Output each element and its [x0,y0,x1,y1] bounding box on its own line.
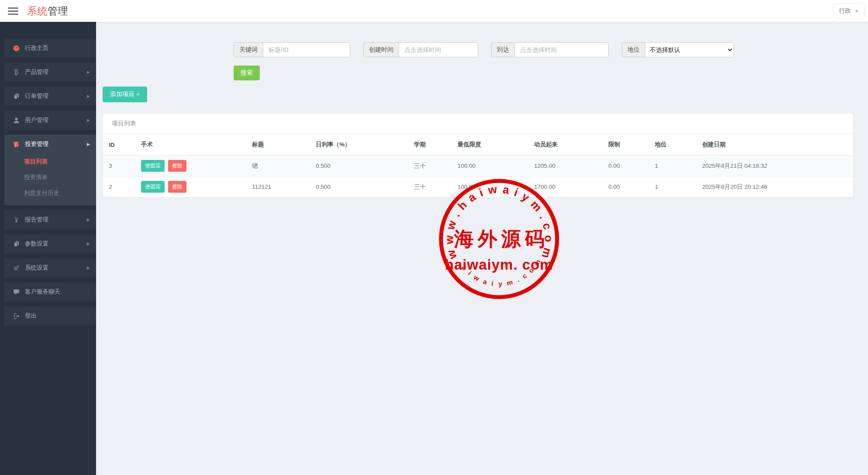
created-time-filter-group: 创建时间 [363,42,478,57]
sidebar-item-label: 登出 [25,312,37,320]
search-button[interactable]: 搜索 [234,66,260,80]
sidebar-item-label: 投资管理 [25,140,48,148]
hamburger-menu-icon[interactable] [8,6,18,17]
chevron-right-icon: ▶ [87,70,90,74]
cell-raised: 1700.00 [530,177,605,198]
cell-id: 3 [103,156,138,177]
sidebar-subitem[interactable]: 投资清单 [4,170,96,185]
cell-term: 三十 [410,177,454,198]
created-time-label: 创建时间 [363,42,399,57]
yen-icon [13,216,20,224]
cell-min: 100.00 [454,156,530,177]
gauge-icon [13,45,20,52]
chevron-right-icon: ▶ [87,266,90,270]
column-header: 限制 [605,134,651,156]
filter-bar: 关键词 创建时间 到达 地位 不选择默认 [234,42,854,57]
table-header-row: ID手术标题日利率（%）学期最低限度动员起来限制地位创建日期 [103,134,853,156]
files-icon [13,93,20,100]
projects-table: ID手术标题日利率（%）学期最低限度动员起来限制地位创建日期 3使固定擦除嗯0.… [103,134,853,197]
status-select[interactable]: 不选择默认 [645,42,734,57]
cell-term: 三十 [410,156,454,177]
project-list-panel: 项目列表 ID手术标题日利率（%）学期最低限度动员起来限制地位创建日期 3使固定… [103,113,854,198]
sidebar-item-label: 系统设置 [25,264,48,272]
chevron-right-icon: ▶ [87,118,90,122]
cell-rate: 0.500 [312,177,410,198]
cell-limit: 0.00 [605,156,651,177]
sidebar-nav: 行政主页产品管理▶订单管理▶用户管理▶投资管理▶项目列表投资清单利息支付历史报告… [0,22,96,326]
keyword-label: 关键词 [234,42,263,57]
column-header: ID [103,134,138,156]
delete-button[interactable]: 擦除 [168,160,186,172]
sidebar-item-system-settings[interactable]: 系统设置▶ [4,258,96,277]
nav-block: 登出 [4,306,96,326]
sidebar-item-investment-mgmt[interactable]: 投资管理▶ [4,135,96,154]
status-label: 地位 [622,42,645,57]
topbar: 系统管理 行政 ▼ [0,0,868,22]
sidebar-item-report-mgmt[interactable]: 报告管理▶ [4,210,96,229]
fix-button[interactable]: 使固定 [141,181,165,193]
cell-raised: 1205.00 [530,156,605,177]
column-header: 标题 [248,134,312,156]
nav-block: 投资管理▶项目列表投资清单利息支付历史 [4,135,96,205]
cell-title: 嗯 [248,156,312,177]
nav-block: 订单管理▶ [4,87,96,106]
end-time-label: 到达 [491,42,514,57]
page-title: 系统管理 [27,4,68,18]
column-header: 创建日期 [699,134,853,156]
sidebar: 行政主页产品管理▶订单管理▶用户管理▶投资管理▶项目列表投资清单利息支付历史报告… [0,22,96,475]
book-icon [13,141,20,148]
cell-limit: 0.00 [605,177,651,198]
column-header: 日利率（%） [312,134,410,156]
sidebar-subitem[interactable]: 利息支付历史 [4,185,96,201]
cell-created: 2025年8月20日 20:12:46 [699,177,853,198]
cell-rate: 0.500 [312,156,410,177]
sidebar-item-logout[interactable]: 登出 [4,306,96,326]
signout-icon [13,312,20,320]
sidebar-item-parameter-settings[interactable]: 参数设置▶ [4,234,96,253]
created-time-input[interactable] [399,42,478,57]
user-menu-button[interactable]: 行政 ▼ [833,3,865,18]
sidebar-item-customer-service[interactable]: 客户服务聊天 [4,282,96,302]
nav-block: 行政主页 [4,38,96,58]
add-project-button[interactable]: 添加项目 + [103,87,147,102]
delete-button[interactable]: 擦除 [168,181,186,193]
sidebar-subitem[interactable]: 项目列表 [4,154,96,170]
sidebar-item-label: 参数设置 [25,240,48,248]
cell-min: 100.00 [454,177,530,198]
end-time-filter-group: 到达 [491,42,609,57]
cell-status: 1 [651,156,699,177]
user-menu-label: 行政 [839,7,851,15]
nav-block: 客户服务聊天 [4,282,96,302]
chat-icon [13,288,20,296]
column-header: 动员起来 [530,134,605,156]
sidebar-item-label: 客户服务聊天 [25,288,60,296]
nav-block: 用户管理▶ [4,111,96,130]
nav-block: 报告管理▶ [4,210,96,229]
keyword-input[interactable] [263,42,350,57]
fix-button[interactable]: 使固定 [141,160,165,172]
chevron-right-icon: ▶ [87,218,90,222]
gears-icon [13,264,20,272]
actions-cell: 使固定擦除 [138,156,248,177]
nav-block: 参数设置▶ [4,234,96,253]
files-icon [13,240,20,248]
sidebar-item-admin-home[interactable]: 行政主页 [4,38,96,58]
brand-accent: 系统 [27,5,48,17]
bitcoin-icon [13,69,20,76]
table-row: 2使固定擦除1121210.500三十100.001700.000.001202… [103,177,853,198]
column-header: 最低限度 [454,134,530,156]
end-time-input[interactable] [514,42,609,57]
sidebar-item-order-mgmt[interactable]: 订单管理▶ [4,87,96,106]
sidebar-item-label: 报告管理 [25,216,48,224]
cell-created: 2025年8月21日 04:18:32 [699,156,853,177]
table-row: 3使固定擦除嗯0.500三十100.001205.000.0012025年8月2… [103,156,853,177]
sidebar-item-product-mgmt[interactable]: 产品管理▶ [4,62,96,82]
sidebar-item-user-mgmt[interactable]: 用户管理▶ [4,111,96,130]
user-icon [13,117,20,124]
chevron-down-icon: ▼ [854,9,859,14]
sidebar-item-label: 用户管理 [25,116,48,124]
cell-status: 1 [651,177,699,198]
panel-title: 项目列表 [103,114,853,134]
main-content: 关键词 创建时间 到达 地位 不选择默认 搜索 添加项目 + 项目列表 ID手术… [96,22,868,475]
brand-rest: 管理 [48,5,68,17]
